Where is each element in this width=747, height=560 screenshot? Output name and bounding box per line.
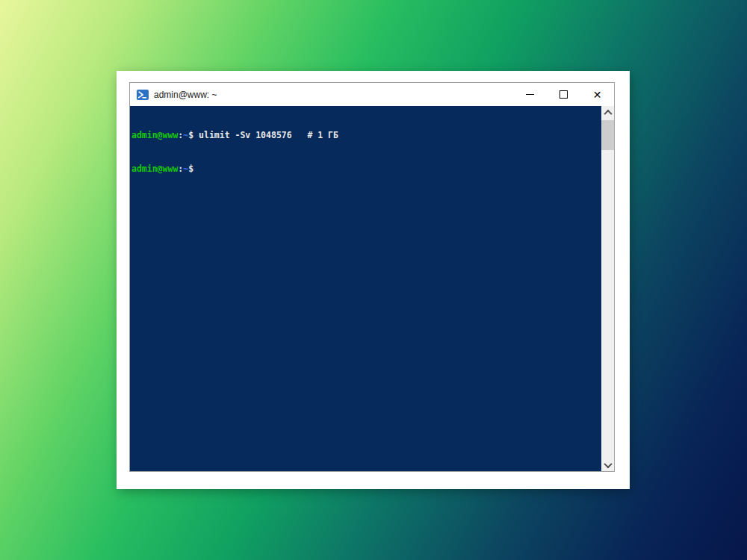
scroll-down-button[interactable] — [601, 458, 614, 471]
scrollbar-thumb[interactable] — [601, 120, 614, 150]
command-text: $ — [188, 164, 193, 174]
command-text: $ ulimit -Sv 1048576 # 1 ГБ — [188, 130, 338, 140]
terminal-area[interactable]: admin@www:~$ ulimit -Sv 1048576 # 1 ГБ a… — [130, 106, 614, 471]
close-button[interactable]: ✕ — [580, 83, 614, 106]
terminal-line: admin@www:~$ — [131, 164, 600, 175]
prompt-user: admin@www — [131, 164, 178, 174]
titlebar[interactable]: admin@www: ~ ✕ — [130, 83, 614, 106]
prompt-user: admin@www — [131, 130, 178, 140]
minimize-icon — [526, 94, 534, 95]
scroll-up-button[interactable] — [601, 106, 614, 119]
maximize-icon — [560, 90, 568, 99]
scrollbar[interactable] — [601, 106, 614, 471]
scroll-down-icon — [604, 459, 612, 467]
window-title: admin@www: ~ — [154, 90, 217, 100]
maximize-button[interactable] — [547, 83, 580, 106]
window-controls: ✕ — [513, 83, 614, 106]
desktop-background: admin@www: ~ ✕ admin@www:~$ ulimit -Sv 1… — [0, 0, 747, 560]
terminal-line: admin@www:~$ ulimit -Sv 1048576 # 1 ГБ — [131, 130, 600, 141]
screenshot-card: admin@www: ~ ✕ admin@www:~$ ulimit -Sv 1… — [117, 71, 630, 489]
close-icon: ✕ — [593, 90, 602, 100]
minimize-button[interactable] — [513, 83, 547, 106]
terminal-window: admin@www: ~ ✕ admin@www:~$ ulimit -Sv 1… — [129, 82, 615, 472]
scroll-up-icon — [604, 109, 612, 117]
terminal-output: admin@www:~$ ulimit -Sv 1048576 # 1 ГБ a… — [130, 106, 601, 471]
powershell-icon — [137, 90, 149, 100]
